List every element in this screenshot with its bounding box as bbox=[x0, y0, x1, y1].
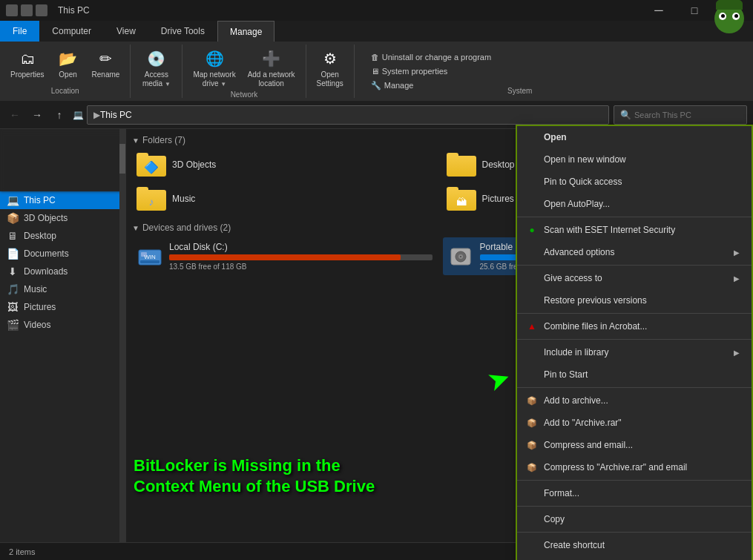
ctx-item-pin-quick[interactable]: Pin to Quick access bbox=[517, 171, 752, 193]
properties-button[interactable]: 🗂 Properties bbox=[6, 46, 49, 82]
ctx-give-access-arrow: ▶ bbox=[734, 274, 740, 283]
sidebar-item-pictures[interactable]: 🖼 Pictures bbox=[0, 298, 125, 316]
ctx-item-rename[interactable]: Rename bbox=[517, 556, 752, 560]
downloads-icon: ⬇ bbox=[6, 266, 19, 277]
location-buttons: 🗂 Properties 📂 Open ✏ Rename bbox=[6, 46, 124, 87]
ctx-copy-label: Copy bbox=[544, 514, 565, 524]
maximize-button[interactable]: □ bbox=[677, 0, 711, 21]
sidebar-scroll-thumb[interactable] bbox=[119, 144, 125, 174]
ctx-item-eset[interactable]: ● Scan with ESET Internet Security bbox=[517, 219, 752, 241]
ctx-item-autoplay[interactable]: Open AutoPlay... bbox=[517, 193, 752, 215]
open-button[interactable]: 📂 Open bbox=[52, 46, 85, 82]
ctx-compress-rar-email-label: Compress to "Archive.rar" and email bbox=[544, 462, 687, 472]
drive-item-c[interactable]: WIN Local Disk (C:) 13.5 GB free of 118 … bbox=[132, 237, 437, 275]
ctx-item-open[interactable]: Open bbox=[517, 126, 752, 148]
ctx-item-create-shortcut[interactable]: Create shortcut bbox=[517, 534, 752, 556]
ctx-divider-1 bbox=[517, 217, 752, 217]
up-button[interactable]: ↑ bbox=[50, 106, 68, 124]
folder-icon-desktop bbox=[447, 153, 476, 177]
ctx-item-advanced[interactable]: Advanced options ▶ bbox=[517, 241, 752, 263]
title-bar-icons bbox=[6, 4, 47, 16]
ctx-item-restore-versions[interactable]: Restore previous versions bbox=[517, 289, 752, 312]
uninstall-button[interactable]: 🗑 Uninstall or change a program bbox=[366, 51, 496, 63]
annotation-text: BitLocker is Missing in the Context Menu… bbox=[134, 455, 375, 498]
ribbon-group-access-media: 💿 Accessmedia ▼ bbox=[131, 45, 183, 98]
mascot-eyes bbox=[719, 13, 740, 20]
minimize-button[interactable]: ─ bbox=[642, 0, 676, 21]
ctx-shortcut-icon bbox=[526, 539, 538, 551]
ctx-item-copy[interactable]: Copy bbox=[517, 508, 752, 530]
ctx-divider-4 bbox=[517, 339, 752, 340]
sidebar-item-documents[interactable]: 📄 Documents bbox=[0, 245, 125, 263]
annotation-arrow: ➤ bbox=[484, 363, 512, 397]
drive-c-name: Local Disk (C:) bbox=[169, 242, 433, 252]
sidebar-item-this-pc[interactable]: 💻 This PC bbox=[0, 191, 125, 209]
ctx-item-compress-rar-email[interactable]: 📦 Compress to "Archive.rar" and email bbox=[517, 456, 752, 478]
path-arrow: ▶ bbox=[93, 110, 100, 120]
search-bar[interactable]: 🔍 Search This PC bbox=[614, 105, 747, 125]
sidebar-music-label: Music bbox=[24, 284, 47, 294]
ctx-item-combine-acrobat[interactable]: ▲ Combine files in Acrobat... bbox=[517, 315, 752, 337]
ctx-library-arrow: ▶ bbox=[734, 349, 740, 357]
ctx-item-add-archive-rar[interactable]: 📦 Add to "Archive.rar" bbox=[517, 412, 752, 434]
mascot-hat bbox=[716, 0, 743, 10]
system-properties-button[interactable]: 🖥 System properties bbox=[366, 65, 496, 77]
tab-computer[interactable]: Computer bbox=[39, 21, 104, 42]
ctx-add-archive-icon: 📦 bbox=[526, 395, 538, 406]
ctx-item-pin-start[interactable]: Pin to Start bbox=[517, 363, 752, 386]
map-network-icon: 🌐 bbox=[204, 48, 225, 69]
drive-c-info: Local Disk (C:) 13.5 GB free of 118 GB bbox=[169, 242, 433, 271]
manage-button[interactable]: 🔧 Manage bbox=[366, 79, 496, 92]
sidebar: 💻 This PC 📦 3D Objects 🖥 Desktop 📄 Docum… bbox=[0, 129, 126, 542]
desktop-icon: 🖥 bbox=[6, 230, 19, 242]
ctx-divider-7 bbox=[517, 506, 752, 507]
back-button[interactable]: ← bbox=[6, 106, 24, 124]
address-bar[interactable]: ▶ This PC bbox=[87, 105, 609, 125]
forward-button[interactable]: → bbox=[28, 106, 46, 124]
ctx-item-include-library[interactable]: Include in library ▶ bbox=[517, 341, 752, 363]
ctx-item-open-new-window[interactable]: Open in new window bbox=[517, 148, 752, 171]
ctx-item-compress-email[interactable]: 📦 Compress and email... bbox=[517, 434, 752, 456]
ctx-compress-rar-email-icon: 📦 bbox=[526, 461, 538, 473]
folder-item-music[interactable]: ♪ Music bbox=[132, 184, 438, 214]
ctx-divider-8 bbox=[517, 532, 752, 533]
sidebar-item-3d-objects[interactable]: 📦 3D Objects bbox=[0, 209, 125, 227]
rename-ribbon-button[interactable]: ✏ Rename bbox=[88, 46, 125, 82]
sidebar-item-downloads[interactable]: ⬇ Downloads bbox=[0, 263, 125, 280]
sidebar-item-videos[interactable]: 🎬 Videos bbox=[0, 316, 125, 334]
add-network-button[interactable]: ➕ Add a networklocation bbox=[243, 46, 300, 90]
path-separator-icon: 💻 bbox=[73, 110, 84, 120]
ctx-compress-email-icon: 📦 bbox=[526, 439, 538, 451]
ctx-item-format[interactable]: Format... bbox=[517, 482, 752, 504]
ctx-item-give-access[interactable]: Give access to ▶ bbox=[517, 267, 752, 289]
ctx-divider-5 bbox=[517, 387, 752, 388]
sidebar-item-desktop[interactable]: 🖥 Desktop bbox=[0, 227, 125, 245]
ctx-pin-quick-icon bbox=[526, 176, 538, 188]
mascot-eye-left bbox=[719, 13, 726, 20]
access-media-button[interactable]: 💿 Accessmedia ▼ bbox=[138, 46, 175, 90]
sidebar-desktop-label: Desktop bbox=[24, 231, 56, 241]
sidebar-item-music[interactable]: 🎵 Music bbox=[0, 280, 125, 298]
tab-manage[interactable]: Manage bbox=[217, 21, 274, 42]
window-title: This PC bbox=[58, 5, 90, 16]
open-settings-button[interactable]: ⚙ OpenSettings bbox=[312, 46, 348, 90]
ctx-eset-icon: ● bbox=[526, 224, 538, 236]
ctx-item-add-archive[interactable]: 📦 Add to archive... bbox=[517, 389, 752, 412]
ctx-restore-icon bbox=[526, 294, 538, 306]
ribbon-group-settings: ⚙ OpenSettings bbox=[306, 45, 355, 98]
folder-item-3d[interactable]: 🔷 3D Objects bbox=[132, 150, 438, 179]
this-pc-icon: 💻 bbox=[6, 194, 19, 206]
mascot-head bbox=[714, 4, 744, 33]
tab-file[interactable]: File bbox=[0, 21, 39, 42]
tab-drive-tools[interactable]: Drive Tools bbox=[148, 21, 217, 42]
tab-view[interactable]: View bbox=[104, 21, 148, 42]
sidebar-scrollbar[interactable] bbox=[119, 129, 125, 542]
ribbon-tabs: File Computer View Drive Tools Manage bbox=[0, 21, 753, 42]
folder-body-desktop bbox=[447, 156, 476, 177]
drive-c-bar-bg bbox=[169, 254, 433, 260]
map-network-button[interactable]: 🌐 Map networkdrive ▼ bbox=[188, 46, 240, 90]
status-text: 2 items bbox=[9, 547, 35, 556]
ctx-autoplay-icon bbox=[526, 198, 538, 210]
pictures-overlay: 🏔 bbox=[450, 194, 473, 209]
ctx-new-window-label: Open in new window bbox=[544, 154, 626, 165]
